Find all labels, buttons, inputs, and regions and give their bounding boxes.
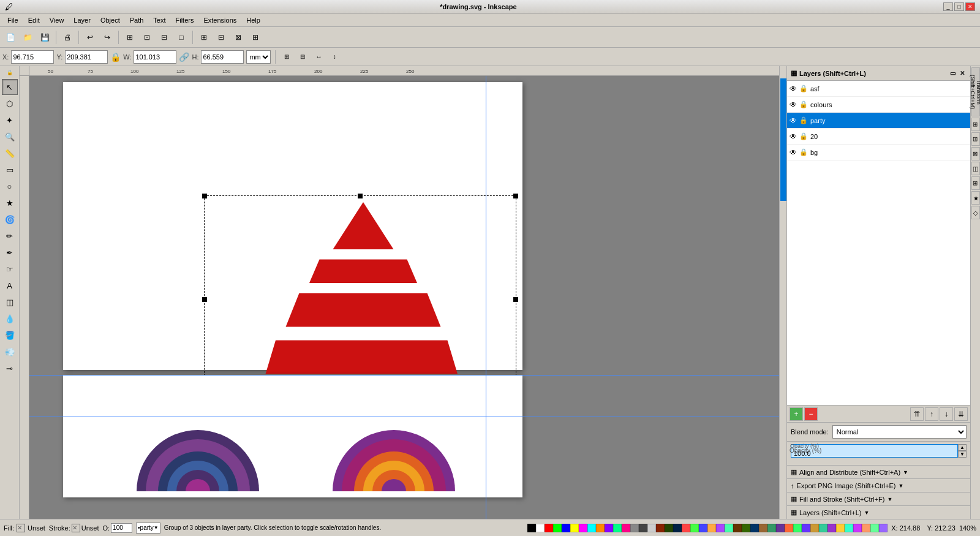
print-button[interactable]: 🖨 (59, 29, 75, 45)
transform-btn[interactable]: ⊞ (280, 50, 293, 64)
opacity-input[interactable] (791, 444, 958, 458)
palette-color[interactable] (862, 524, 870, 532)
palette-color[interactable] (553, 524, 562, 532)
palette-color[interactable] (579, 524, 587, 532)
menu-text[interactable]: Text (148, 15, 170, 25)
layer-eye-colours[interactable]: 👁 (790, 100, 797, 109)
palette-color[interactable] (750, 524, 759, 532)
pen-tool[interactable]: ✒ (2, 244, 18, 260)
vscrollbar[interactable] (779, 66, 786, 519)
palette-color[interactable] (759, 524, 767, 532)
menu-object[interactable]: Object (96, 15, 125, 25)
opacity-up-btn[interactable]: ▲ (958, 444, 967, 451)
handle-mr[interactable] (513, 297, 518, 302)
menu-filters[interactable]: Filters (171, 15, 199, 25)
snap-bar-btn4[interactable]: ◫ (971, 162, 980, 175)
layer-to-bottom-btn[interactable]: ⇊ (954, 407, 968, 421)
palette-color[interactable] (630, 524, 639, 532)
palette-color[interactable] (605, 524, 613, 532)
menu-file[interactable]: File (2, 15, 23, 25)
palette-color[interactable] (845, 524, 853, 532)
snap-bar-btn5[interactable]: ⊞ (971, 176, 980, 190)
transform-tab-btn[interactable]: Transform (Shift+Ctrl+M) (971, 67, 980, 116)
palette-color[interactable] (853, 524, 862, 532)
layer-lock-colours[interactable]: 🔒 (799, 100, 808, 108)
layer-lock-party[interactable]: 🔒 (799, 116, 808, 124)
canvas-area[interactable]: 50 75 100 125 150 175 200 225 250 (20, 66, 786, 519)
flip-h-btn[interactable]: ↔ (312, 50, 325, 64)
rect-tool[interactable]: ▭ (2, 162, 18, 178)
palette-color[interactable] (562, 524, 570, 532)
handle-ml[interactable] (202, 297, 207, 302)
connector-tool[interactable]: ⊸ (2, 360, 18, 376)
palette-color[interactable] (665, 524, 673, 532)
layer-to-top-btn[interactable]: ⇈ (910, 407, 924, 421)
zoom-sel-button[interactable]: ⊡ (139, 29, 155, 45)
palette-color[interactable] (622, 524, 630, 532)
open-button[interactable]: 📁 (20, 29, 36, 45)
fill-panel-collapsed[interactable]: ▦ Fill and Stroke (Shift+Ctrl+F) ▼ (787, 492, 970, 505)
palette-color[interactable] (785, 524, 793, 532)
palette-color[interactable] (587, 524, 596, 532)
flip-v-btn[interactable]: ↕ (328, 50, 341, 64)
layer-eye-party[interactable]: 👁 (790, 116, 797, 125)
palette-color[interactable] (725, 524, 733, 532)
maximize-button[interactable]: □ (954, 2, 964, 11)
select-tool[interactable]: ↖ (2, 79, 18, 95)
layer-row-bg[interactable]: 👁 🔒 bg (787, 145, 970, 160)
unit-select[interactable]: mmpxcmin (246, 50, 271, 64)
snap-lock-btn[interactable]: 🔒 (6, 69, 13, 76)
calligraphy-tool[interactable]: ☞ (2, 261, 18, 277)
layer-row-colours[interactable]: 👁 🔒 colours (787, 97, 970, 113)
x-input[interactable] (11, 50, 54, 64)
align-top-button[interactable]: ⊠ (230, 29, 246, 45)
star-tool[interactable]: ★ (2, 195, 18, 211)
palette-color[interactable] (682, 524, 690, 532)
palette-color[interactable] (827, 524, 836, 532)
snap-bar-btn[interactable]: ⊞ (971, 118, 980, 131)
spiral-tool[interactable]: 🌀 (2, 211, 18, 227)
handle-tl[interactable] (202, 194, 207, 198)
align-right-button[interactable]: ⊟ (213, 29, 229, 45)
lock-icon[interactable]: 🔒 (110, 52, 121, 62)
menu-view[interactable]: View (45, 15, 69, 25)
spray-tool[interactable]: 💨 (2, 344, 18, 360)
snap-bar-btn3[interactable]: ⊠ (971, 147, 980, 160)
menu-help[interactable]: Help (241, 15, 265, 25)
fill-swatch[interactable]: ✕ (17, 524, 25, 532)
align-button[interactable]: ⊞ (196, 29, 212, 45)
rainbow-left[interactable] (124, 338, 271, 491)
layer-row-party[interactable]: 👁 🔒 party (787, 113, 970, 129)
palette-color[interactable] (767, 524, 776, 532)
handle-tr[interactable] (513, 194, 518, 198)
palette-color[interactable] (527, 524, 536, 532)
palette-color[interactable] (742, 524, 750, 532)
zoom-page-button[interactable]: □ (173, 29, 189, 45)
opacity-status-input[interactable] (111, 523, 132, 533)
layer-row-asf[interactable]: 👁 🔒 asf (787, 81, 970, 97)
menu-extensions[interactable]: Extensions (198, 15, 241, 25)
palette-color[interactable] (733, 524, 742, 532)
palette-color[interactable] (690, 524, 699, 532)
layer-eye-20[interactable]: 👁 (790, 132, 797, 141)
zoom-draw-button[interactable]: ⊟ (156, 29, 172, 45)
new-button[interactable]: 📄 (2, 29, 18, 45)
palette-color[interactable] (716, 524, 725, 532)
eyedropper-tool[interactable]: 💧 (2, 311, 18, 327)
palette-color[interactable] (545, 524, 553, 532)
minimize-button[interactable]: _ (943, 2, 953, 11)
remove-layer-btn[interactable]: − (804, 407, 818, 421)
save-button[interactable]: 💾 (37, 29, 53, 45)
circle-tool[interactable]: ○ (2, 178, 18, 194)
palette-color[interactable] (793, 524, 802, 532)
align-obj-btn[interactable]: ⊟ (296, 50, 309, 64)
palette-color[interactable] (699, 524, 707, 532)
layer-lock-20[interactable]: 🔒 (799, 132, 808, 140)
snap-bar-btn2[interactable]: ⊟ (971, 132, 980, 146)
layers-restore-btn[interactable]: ▭ (948, 69, 957, 78)
palette-color[interactable] (870, 524, 879, 532)
layer-eye-asf[interactable]: 👁 (790, 85, 797, 93)
menu-edit[interactable]: Edit (23, 15, 45, 25)
redo-button[interactable]: ↪ (99, 29, 115, 45)
layers-close-btn[interactable]: ✕ (958, 69, 967, 78)
